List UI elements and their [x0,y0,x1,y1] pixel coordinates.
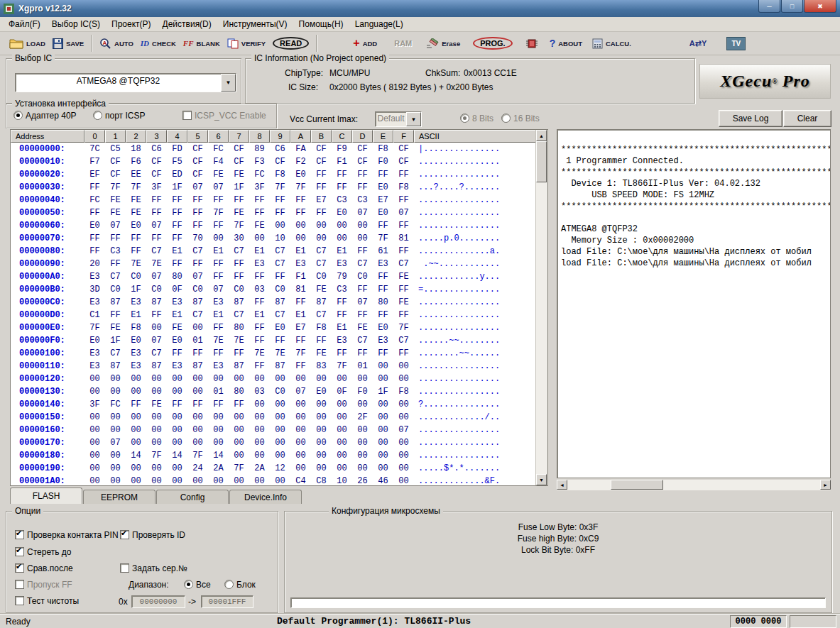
hex-byte[interactable]: FF [373,285,393,294]
hex-byte[interactable]: 00 [270,438,290,448]
hex-byte[interactable]: FF [146,310,167,320]
hex-byte[interactable]: FF [393,310,414,320]
hex-byte[interactable]: C7 [229,310,249,320]
hex-ascii[interactable]: ................ [414,170,536,180]
hex-byte[interactable]: 87 [105,297,126,307]
hex-byte[interactable]: 00 [311,221,332,231]
hex-byte[interactable]: 7F [84,323,105,333]
hex-byte[interactable]: CF [393,157,414,167]
hex-byte[interactable]: 00 [270,374,290,384]
hex-byte[interactable]: 00 [290,221,311,231]
hex-byte[interactable]: E1 [332,323,352,333]
hex-ascii[interactable]: ................ [414,387,536,397]
hex-byte[interactable]: 0F [167,285,187,294]
hex-byte[interactable]: FF [352,285,373,294]
hex-byte[interactable]: E0 [126,221,146,231]
hex-byte[interactable]: F9 [332,144,352,154]
hex-byte[interactable]: C3 [352,195,373,205]
hex-byte[interactable]: 00 [373,412,393,422]
hex-byte[interactable]: FD [167,144,187,154]
hex-byte[interactable]: 00 [311,233,332,243]
hex-byte[interactable]: 07 [105,221,126,231]
hex-byte[interactable]: 87 [229,361,249,371]
hex-byte[interactable]: FF [270,272,290,282]
hex-byte[interactable]: 10 [270,233,290,243]
hex-byte[interactable]: FF [146,233,167,243]
hex-byte[interactable]: 7E [208,336,229,346]
hex-byte[interactable]: C7 [311,259,332,269]
hex-byte[interactable]: E1 [249,246,270,256]
hex-byte[interactable]: 87 [146,361,167,371]
hex-byte[interactable]: 00 [352,438,373,448]
hex-byte[interactable]: 00 [126,425,146,435]
hex-byte[interactable]: FF [393,221,414,231]
hex-byte[interactable]: 00 [146,425,167,435]
hex-ascii[interactable]: ................ [414,195,536,205]
hex-byte[interactable]: 00 [126,463,146,473]
hex-byte[interactable]: 81 [290,285,311,294]
hex-byte[interactable]: 00 [167,387,187,397]
hex-byte[interactable]: E3 [126,348,146,358]
bits8-radio[interactable]: 8 Bits [460,114,493,123]
hex-byte[interactable]: E0 [84,221,105,231]
hex-ascii[interactable]: ........~~...... [414,348,536,358]
hex-byte[interactable]: 00 [229,374,249,384]
hex-byte[interactable]: 00 [146,323,167,333]
hex-byte[interactable]: FF [332,297,352,307]
hex-byte[interactable]: 7F [270,182,290,192]
hex-byte[interactable]: 00 [352,451,373,461]
tab-config[interactable]: Config [156,490,229,504]
hex-byte[interactable]: EE [126,170,146,180]
hex-byte[interactable]: 3D [84,285,105,294]
hex-byte[interactable]: 3F [249,182,270,192]
hex-byte[interactable]: 00 [167,476,187,485]
hex-byte[interactable]: FC [208,144,229,154]
hex-byte[interactable]: 00 [229,438,249,448]
hex-byte[interactable]: F0 [373,157,393,167]
hex-byte[interactable]: 00 [373,374,393,384]
hex-byte[interactable]: 00 [126,387,146,397]
hex-byte[interactable]: FF [126,246,146,256]
hex-byte[interactable]: 00 [146,476,167,485]
hex-byte[interactable]: FE [126,208,146,218]
hex-byte[interactable]: FF [167,400,187,409]
scroll-down-button[interactable]: ▼ [536,474,547,485]
hex-byte[interactable]: FC [249,170,270,180]
tab-device-info[interactable]: Device.Info [229,490,302,504]
hex-byte[interactable]: E3 [126,361,146,371]
hex-ascii[interactable]: ?............... [414,400,536,409]
hex-byte[interactable]: 00 [249,425,270,435]
hex-byte[interactable]: FF [167,259,187,269]
hex-byte[interactable]: 87 [270,361,290,371]
hex-byte[interactable]: 00 [290,412,311,422]
hex-byte[interactable]: C7 [187,246,208,256]
hex-byte[interactable]: F2 [290,157,311,167]
calcu-button[interactable]: CALCU. [589,37,635,50]
hex-byte[interactable]: C7 [311,310,332,320]
hex-byte[interactable]: C7 [187,310,208,320]
hex-byte[interactable]: 00 [84,387,105,397]
hex-byte[interactable]: FF [311,208,332,218]
ic-combobox-arrow[interactable]: ▼ [221,74,236,92]
hex-byte[interactable]: FF [126,400,146,409]
hex-byte[interactable]: E3 [84,272,105,282]
tab-eeprom[interactable]: EEPROM [83,490,156,504]
hex-byte[interactable]: FF [393,195,414,205]
hex-byte[interactable]: CF [146,157,167,167]
hex-byte[interactable]: 00 [208,374,229,384]
hex-byte[interactable]: CF [311,157,332,167]
hex-byte[interactable]: 70 [187,233,208,243]
title-bar[interactable]: Xgpro v12.32 ─ □ ✖ [0,0,840,17]
hex-byte[interactable]: FF [352,246,373,256]
hex-byte[interactable]: C7 [270,246,290,256]
hex-byte[interactable]: 00 [84,374,105,384]
bits16-radio[interactable]: 16 Bits [501,114,540,123]
hex-byte[interactable]: 00 [187,412,208,422]
hex-byte[interactable]: FF [84,246,105,256]
hex-ascii[interactable]: ............y... [414,272,536,282]
hex-byte[interactable]: F7 [84,157,105,167]
hex-byte[interactable]: 3F [146,182,167,192]
hex-byte[interactable]: E3 [126,297,146,307]
hex-byte[interactable]: 00 [249,476,270,485]
skip-ff-checkbox[interactable]: Пропуск FF [15,580,72,590]
